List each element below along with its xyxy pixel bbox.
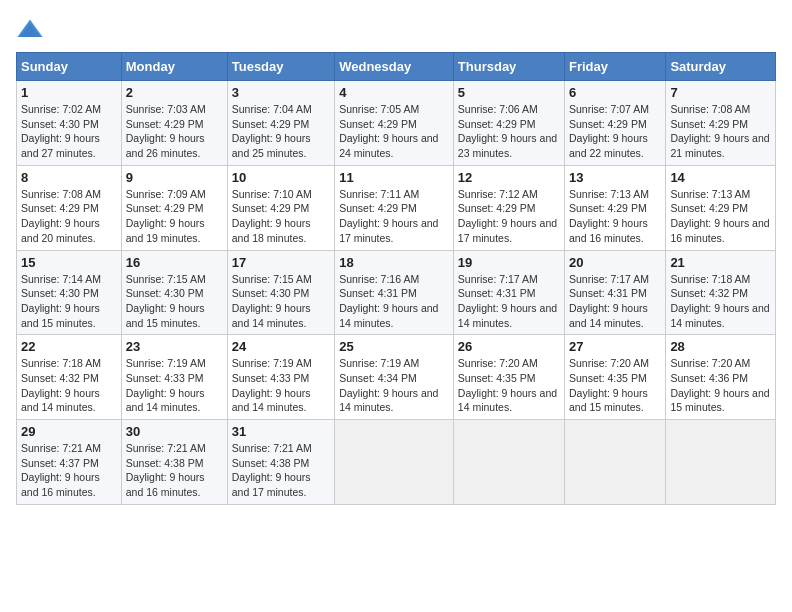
calendar-cell: 1 Sunrise: 7:02 AM Sunset: 4:30 PM Dayli…: [17, 81, 122, 166]
calendar-cell: [666, 420, 776, 505]
day-number: 21: [670, 255, 771, 270]
day-number: 13: [569, 170, 661, 185]
day-info: Sunrise: 7:08 AM Sunset: 4:29 PM Dayligh…: [21, 187, 117, 246]
day-number: 29: [21, 424, 117, 439]
day-number: 14: [670, 170, 771, 185]
calendar-week-row: 22 Sunrise: 7:18 AM Sunset: 4:32 PM Dayl…: [17, 335, 776, 420]
calendar-cell: 19 Sunrise: 7:17 AM Sunset: 4:31 PM Dayl…: [453, 250, 564, 335]
day-number: 20: [569, 255, 661, 270]
calendar-cell: 14 Sunrise: 7:13 AM Sunset: 4:29 PM Dayl…: [666, 165, 776, 250]
day-info: Sunrise: 7:21 AM Sunset: 4:38 PM Dayligh…: [126, 441, 223, 500]
day-number: 2: [126, 85, 223, 100]
calendar-header-wednesday: Wednesday: [335, 53, 454, 81]
day-number: 9: [126, 170, 223, 185]
day-number: 27: [569, 339, 661, 354]
day-info: Sunrise: 7:04 AM Sunset: 4:29 PM Dayligh…: [232, 102, 330, 161]
day-info: Sunrise: 7:17 AM Sunset: 4:31 PM Dayligh…: [458, 272, 560, 331]
calendar-cell: 17 Sunrise: 7:15 AM Sunset: 4:30 PM Dayl…: [227, 250, 334, 335]
calendar-header-sunday: Sunday: [17, 53, 122, 81]
calendar-cell: 25 Sunrise: 7:19 AM Sunset: 4:34 PM Dayl…: [335, 335, 454, 420]
day-info: Sunrise: 7:08 AM Sunset: 4:29 PM Dayligh…: [670, 102, 771, 161]
day-number: 4: [339, 85, 449, 100]
calendar-header-row: SundayMondayTuesdayWednesdayThursdayFrid…: [17, 53, 776, 81]
calendar-table: SundayMondayTuesdayWednesdayThursdayFrid…: [16, 52, 776, 505]
calendar-header-thursday: Thursday: [453, 53, 564, 81]
calendar-cell: 31 Sunrise: 7:21 AM Sunset: 4:38 PM Dayl…: [227, 420, 334, 505]
day-info: Sunrise: 7:09 AM Sunset: 4:29 PM Dayligh…: [126, 187, 223, 246]
day-info: Sunrise: 7:07 AM Sunset: 4:29 PM Dayligh…: [569, 102, 661, 161]
calendar-cell: 8 Sunrise: 7:08 AM Sunset: 4:29 PM Dayli…: [17, 165, 122, 250]
day-number: 16: [126, 255, 223, 270]
calendar-cell: 13 Sunrise: 7:13 AM Sunset: 4:29 PM Dayl…: [565, 165, 666, 250]
day-info: Sunrise: 7:18 AM Sunset: 4:32 PM Dayligh…: [670, 272, 771, 331]
calendar-cell: 21 Sunrise: 7:18 AM Sunset: 4:32 PM Dayl…: [666, 250, 776, 335]
day-info: Sunrise: 7:21 AM Sunset: 4:38 PM Dayligh…: [232, 441, 330, 500]
day-info: Sunrise: 7:15 AM Sunset: 4:30 PM Dayligh…: [232, 272, 330, 331]
calendar-cell: 12 Sunrise: 7:12 AM Sunset: 4:29 PM Dayl…: [453, 165, 564, 250]
day-number: 8: [21, 170, 117, 185]
calendar-cell: 15 Sunrise: 7:14 AM Sunset: 4:30 PM Dayl…: [17, 250, 122, 335]
day-number: 11: [339, 170, 449, 185]
calendar-cell: 6 Sunrise: 7:07 AM Sunset: 4:29 PM Dayli…: [565, 81, 666, 166]
calendar-cell: 9 Sunrise: 7:09 AM Sunset: 4:29 PM Dayli…: [121, 165, 227, 250]
generalblue-logo-icon: [16, 16, 44, 44]
calendar-cell: 22 Sunrise: 7:18 AM Sunset: 4:32 PM Dayl…: [17, 335, 122, 420]
day-info: Sunrise: 7:21 AM Sunset: 4:37 PM Dayligh…: [21, 441, 117, 500]
calendar-cell: 28 Sunrise: 7:20 AM Sunset: 4:36 PM Dayl…: [666, 335, 776, 420]
calendar-week-row: 15 Sunrise: 7:14 AM Sunset: 4:30 PM Dayl…: [17, 250, 776, 335]
day-number: 23: [126, 339, 223, 354]
day-number: 3: [232, 85, 330, 100]
calendar-cell: [453, 420, 564, 505]
calendar-cell: 24 Sunrise: 7:19 AM Sunset: 4:33 PM Dayl…: [227, 335, 334, 420]
day-info: Sunrise: 7:15 AM Sunset: 4:30 PM Dayligh…: [126, 272, 223, 331]
day-number: 24: [232, 339, 330, 354]
calendar-header-saturday: Saturday: [666, 53, 776, 81]
calendar-cell: 23 Sunrise: 7:19 AM Sunset: 4:33 PM Dayl…: [121, 335, 227, 420]
calendar-cell: 11 Sunrise: 7:11 AM Sunset: 4:29 PM Dayl…: [335, 165, 454, 250]
calendar-cell: 10 Sunrise: 7:10 AM Sunset: 4:29 PM Dayl…: [227, 165, 334, 250]
calendar-cell: 29 Sunrise: 7:21 AM Sunset: 4:37 PM Dayl…: [17, 420, 122, 505]
day-info: Sunrise: 7:13 AM Sunset: 4:29 PM Dayligh…: [670, 187, 771, 246]
day-info: Sunrise: 7:17 AM Sunset: 4:31 PM Dayligh…: [569, 272, 661, 331]
logo: [16, 16, 48, 44]
day-number: 22: [21, 339, 117, 354]
day-info: Sunrise: 7:06 AM Sunset: 4:29 PM Dayligh…: [458, 102, 560, 161]
day-info: Sunrise: 7:12 AM Sunset: 4:29 PM Dayligh…: [458, 187, 560, 246]
calendar-header-monday: Monday: [121, 53, 227, 81]
day-info: Sunrise: 7:13 AM Sunset: 4:29 PM Dayligh…: [569, 187, 661, 246]
day-info: Sunrise: 7:20 AM Sunset: 4:35 PM Dayligh…: [569, 356, 661, 415]
day-info: Sunrise: 7:19 AM Sunset: 4:33 PM Dayligh…: [126, 356, 223, 415]
calendar-cell: 3 Sunrise: 7:04 AM Sunset: 4:29 PM Dayli…: [227, 81, 334, 166]
day-number: 30: [126, 424, 223, 439]
calendar-header-friday: Friday: [565, 53, 666, 81]
day-number: 28: [670, 339, 771, 354]
day-number: 15: [21, 255, 117, 270]
calendar-week-row: 8 Sunrise: 7:08 AM Sunset: 4:29 PM Dayli…: [17, 165, 776, 250]
day-number: 6: [569, 85, 661, 100]
day-info: Sunrise: 7:05 AM Sunset: 4:29 PM Dayligh…: [339, 102, 449, 161]
day-number: 1: [21, 85, 117, 100]
day-number: 18: [339, 255, 449, 270]
day-info: Sunrise: 7:11 AM Sunset: 4:29 PM Dayligh…: [339, 187, 449, 246]
calendar-cell: 4 Sunrise: 7:05 AM Sunset: 4:29 PM Dayli…: [335, 81, 454, 166]
calendar-cell: 26 Sunrise: 7:20 AM Sunset: 4:35 PM Dayl…: [453, 335, 564, 420]
calendar-cell: 2 Sunrise: 7:03 AM Sunset: 4:29 PM Dayli…: [121, 81, 227, 166]
day-info: Sunrise: 7:14 AM Sunset: 4:30 PM Dayligh…: [21, 272, 117, 331]
calendar-cell: 20 Sunrise: 7:17 AM Sunset: 4:31 PM Dayl…: [565, 250, 666, 335]
day-info: Sunrise: 7:10 AM Sunset: 4:29 PM Dayligh…: [232, 187, 330, 246]
calendar-cell: 27 Sunrise: 7:20 AM Sunset: 4:35 PM Dayl…: [565, 335, 666, 420]
day-number: 5: [458, 85, 560, 100]
calendar-week-row: 1 Sunrise: 7:02 AM Sunset: 4:30 PM Dayli…: [17, 81, 776, 166]
day-info: Sunrise: 7:16 AM Sunset: 4:31 PM Dayligh…: [339, 272, 449, 331]
day-info: Sunrise: 7:02 AM Sunset: 4:30 PM Dayligh…: [21, 102, 117, 161]
calendar-cell: 7 Sunrise: 7:08 AM Sunset: 4:29 PM Dayli…: [666, 81, 776, 166]
day-number: 31: [232, 424, 330, 439]
calendar-cell: 30 Sunrise: 7:21 AM Sunset: 4:38 PM Dayl…: [121, 420, 227, 505]
day-number: 25: [339, 339, 449, 354]
day-number: 7: [670, 85, 771, 100]
day-info: Sunrise: 7:20 AM Sunset: 4:36 PM Dayligh…: [670, 356, 771, 415]
calendar-cell: [335, 420, 454, 505]
page-header: [16, 16, 776, 44]
day-number: 12: [458, 170, 560, 185]
day-info: Sunrise: 7:19 AM Sunset: 4:33 PM Dayligh…: [232, 356, 330, 415]
